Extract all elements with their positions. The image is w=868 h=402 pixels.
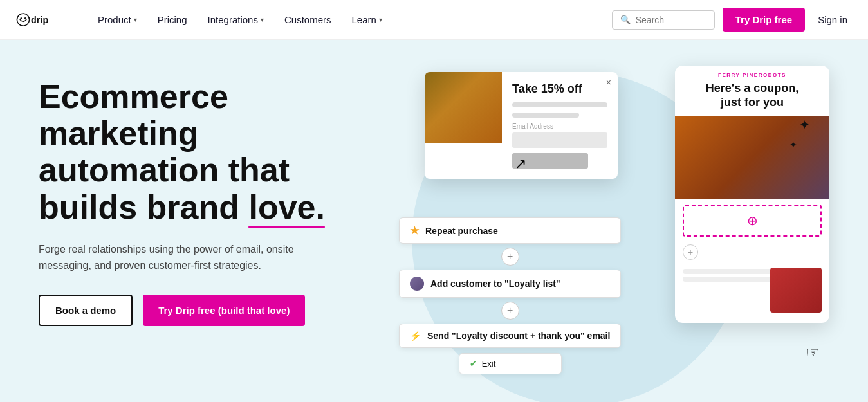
workflow-step-3: ⚡ Send "Loyalty discount + thank you" em…: [399, 324, 621, 348]
svg-point-2: [24, 17, 26, 19]
nav-product[interactable]: Product ▾: [88, 0, 147, 40]
svg-text:drip: drip: [31, 15, 48, 25]
popup-email-label: Email Address: [512, 123, 607, 130]
workflow-step-1: ★ Repeat purchase: [399, 217, 621, 244]
workflow-step-2-label: Add customer to "Loyalty list": [430, 279, 560, 289]
nav-learn[interactable]: Learn ▾: [341, 0, 392, 40]
phone-text-line-2: [683, 277, 775, 282]
popup-product-image: [425, 72, 502, 143]
workflow-exit: ✔ Exit: [459, 353, 562, 374]
popup-line-1: [512, 102, 607, 107]
popup-title: Take 15% off: [512, 82, 607, 96]
search-input[interactable]: [636, 15, 706, 25]
sign-in-link[interactable]: Sign in: [813, 14, 853, 25]
workflow-step-1-label: Repeat purchase: [425, 226, 498, 236]
hero-subtitle: Forge real relationships using the power…: [39, 241, 322, 274]
svg-point-1: [21, 17, 22, 19]
popup-line-2: [512, 113, 579, 118]
phone-headline: Here's a coupon, just for you: [675, 82, 829, 116]
avatar-icon: [410, 277, 424, 291]
svg-point-0: [17, 14, 29, 26]
phone-card: FERRY PINERODOTS Here's a coupon, just f…: [675, 66, 829, 323]
phone-row: +: [675, 242, 829, 262]
sparkle-icon-2: ✦: [790, 140, 797, 150]
workflow-step-2: Add customer to "Loyalty list": [399, 270, 621, 298]
sparkle-icon-1: ✦: [799, 117, 810, 132]
hero-content: Ecommerce marketing automation that buil…: [39, 66, 386, 326]
integrations-chevron-icon: ▾: [261, 16, 264, 23]
phone-sender: FERRY PINERODOTS: [675, 66, 829, 82]
search-box[interactable]: 🔍: [612, 10, 715, 30]
nav-customers[interactable]: Customers: [274, 0, 342, 40]
popup-close-icon[interactable]: ×: [606, 77, 611, 87]
nav-integrations[interactable]: Integrations ▾: [198, 0, 274, 40]
navigation: drip Product ▾ Pricing Integrations ▾ Cu…: [0, 0, 868, 40]
phone-add-section[interactable]: ⊕: [683, 205, 822, 237]
hero-illustration: ✦ ✦ × Take 15% off Email Address ↗ ★ Rep…: [386, 59, 829, 394]
cursor-arrow-icon: ↗: [515, 156, 526, 172]
logo[interactable]: drip: [15, 10, 67, 30]
cursor-hand-icon: ☞: [806, 343, 820, 361]
bolt-icon: ⚡: [410, 331, 421, 341]
workflow-area: ★ Repeat purchase + Add customer to "Loy…: [399, 217, 621, 374]
phone-add-icon[interactable]: +: [683, 244, 698, 260]
book-demo-button[interactable]: Book a demo: [39, 295, 133, 326]
hero-section: Ecommerce marketing automation that buil…: [0, 40, 868, 402]
connector-1: +: [501, 248, 519, 266]
try-drip-hero-button[interactable]: Try Drip free (build that love): [143, 295, 305, 326]
workflow-exit-label: Exit: [482, 359, 496, 369]
nav-right: 🔍 Try Drip free Sign in: [612, 8, 853, 32]
popup-card: × Take 15% off Email Address ↗: [425, 72, 618, 179]
workflow-step-3-label: Send "Loyalty discount + thank you" emai…: [427, 331, 610, 341]
learn-chevron-icon: ▾: [379, 16, 382, 23]
product-chevron-icon: ▾: [134, 16, 137, 23]
hero-title: Ecommerce marketing automation that buil…: [39, 78, 386, 226]
search-icon: 🔍: [620, 15, 631, 24]
nav-links: Product ▾ Pricing Integrations ▾ Custome…: [88, 0, 612, 40]
phone-plus-icon: ⊕: [747, 213, 758, 228]
hero-buttons: Book a demo Try Drip free (build that lo…: [39, 295, 386, 326]
check-icon: ✔: [470, 359, 477, 369]
popup-email-input[interactable]: [512, 132, 607, 148]
connector-2: +: [501, 302, 519, 320]
try-drip-free-button[interactable]: Try Drip free: [723, 8, 805, 32]
star-icon: ★: [410, 224, 419, 237]
phone-product-image-2: [770, 268, 822, 313]
nav-pricing[interactable]: Pricing: [147, 0, 198, 40]
